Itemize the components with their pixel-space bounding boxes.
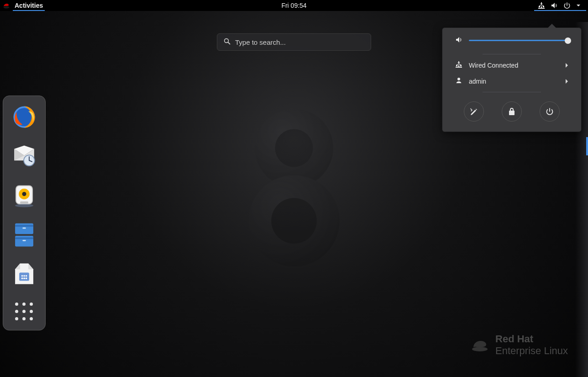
network-tray-icon — [538, 2, 545, 9]
svg-point-16 — [22, 191, 26, 196]
chevron-down-icon — [576, 3, 581, 8]
svg-point-29 — [21, 277, 23, 279]
chevron-right-icon — [565, 78, 568, 85]
show-applications-button[interactable] — [15, 303, 33, 321]
activities-button[interactable]: Activities — [13, 2, 45, 9]
power-tray-icon — [563, 2, 571, 9]
search-icon — [224, 38, 231, 47]
svg-rect-23 — [15, 237, 33, 239]
search-input[interactable] — [235, 38, 364, 46]
wallpaper-eight-graphic — [230, 104, 358, 268]
settings-button[interactable] — [464, 101, 484, 122]
power-button[interactable] — [540, 101, 560, 122]
svg-rect-21 — [22, 227, 26, 228]
svg-point-27 — [23, 275, 25, 276]
volume-row — [442, 36, 581, 51]
menu-separator — [483, 54, 541, 54]
desktop-overview: Red Hat Enterprise Linux — [0, 11, 588, 377]
svg-point-26 — [21, 275, 23, 276]
clock[interactable]: Fri 09:54 — [281, 2, 306, 9]
svg-point-30 — [23, 277, 25, 279]
svg-rect-17 — [20, 201, 28, 203]
lock-button[interactable] — [502, 101, 522, 122]
brand-line2: Enterprise Linux — [495, 345, 568, 357]
svg-point-18 — [15, 204, 33, 207]
distro-brand: Red Hat Enterprise Linux — [471, 333, 568, 357]
svg-point-0 — [4, 6, 10, 9]
system-tray[interactable] — [535, 2, 585, 9]
dash-app-rhythmbox[interactable] — [10, 182, 38, 209]
wired-network-icon — [455, 61, 462, 69]
svg-line-7 — [228, 42, 230, 44]
svg-point-2 — [275, 129, 313, 167]
svg-point-28 — [26, 275, 27, 276]
network-menu-item[interactable]: Wired Connected — [442, 57, 581, 73]
dash — [3, 96, 46, 330]
dash-app-software[interactable] — [10, 260, 38, 288]
brand-line1: Red Hat — [495, 333, 568, 345]
svg-rect-20 — [15, 225, 33, 227]
volume-tray-icon — [551, 2, 558, 9]
dash-app-firefox[interactable] — [10, 103, 38, 131]
svg-point-4 — [271, 198, 317, 244]
overview-search[interactable] — [217, 33, 371, 51]
svg-point-31 — [26, 277, 27, 279]
user-menu-item[interactable]: admin — [442, 73, 581, 89]
menu-separator — [483, 92, 541, 92]
svg-rect-24 — [22, 239, 26, 241]
system-menu-popover: Wired Connected admin — [442, 27, 582, 132]
dash-app-evolution[interactable] — [10, 143, 38, 170]
redhat-logo-icon — [471, 338, 489, 352]
dash-app-files[interactable] — [10, 221, 38, 249]
user-label: admin — [469, 78, 558, 85]
chevron-right-icon — [565, 62, 568, 69]
svg-point-5 — [472, 347, 488, 351]
distro-logo-icon — [3, 2, 10, 9]
network-label: Wired Connected — [469, 62, 558, 69]
user-icon — [455, 77, 462, 85]
workspace-indicator — [586, 137, 588, 155]
top-panel: Activities Fri 09:54 — [0, 0, 588, 11]
volume-icon — [455, 36, 462, 45]
volume-slider[interactable] — [469, 40, 568, 41]
